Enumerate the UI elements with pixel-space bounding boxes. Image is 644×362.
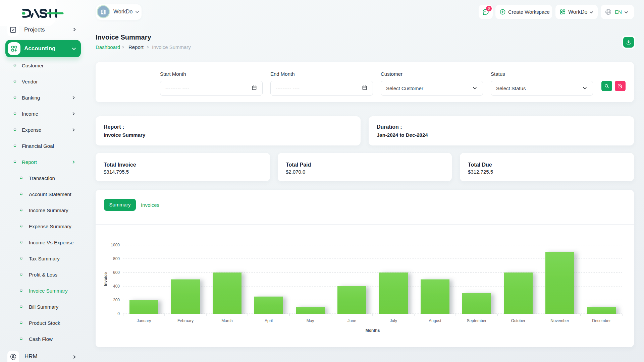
svg-text:November: November [550,318,569,323]
svg-text:200: 200 [113,298,120,302]
svg-text:400: 400 [113,284,120,289]
svg-text:March: March [221,318,232,323]
svg-text:January: January [137,318,151,323]
svg-text:December: December [592,318,610,323]
svg-text:1000: 1000 [111,243,120,247]
svg-text:May: May [307,318,314,323]
svg-text:June: June [347,318,356,323]
svg-text:October: October [511,318,526,323]
svg-text:February: February [177,318,194,323]
svg-text:April: April [265,318,273,323]
svg-text:600: 600 [113,270,120,275]
svg-text:Invoice: Invoice [103,272,108,286]
svg-text:800: 800 [113,256,120,261]
svg-text:August: August [429,318,441,323]
svg-text:July: July [390,318,397,323]
svg-text:Months: Months [366,328,380,333]
svg-text:September: September [467,318,487,323]
svg-text:0: 0 [117,311,120,316]
